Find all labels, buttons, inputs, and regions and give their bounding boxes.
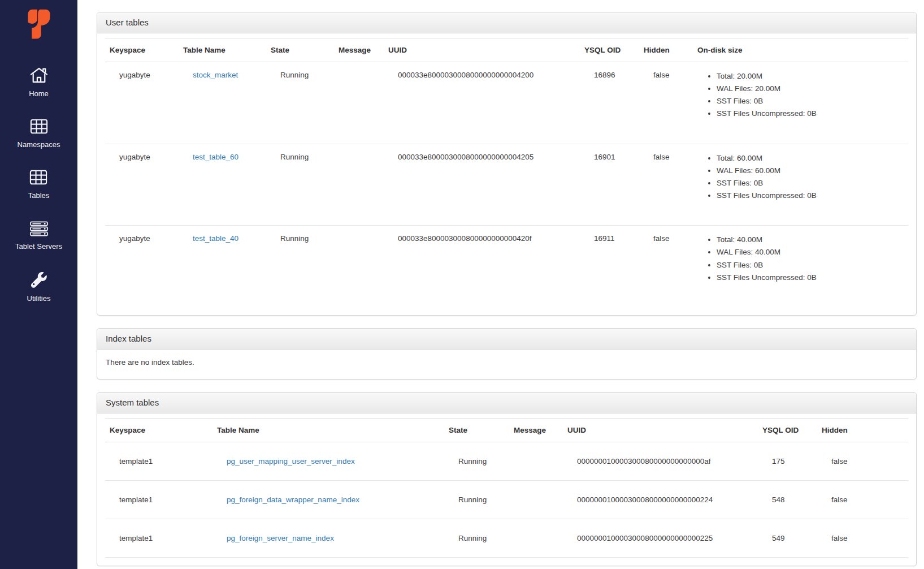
column-header-hidden: Hidden [817,418,908,442]
hidden-cell: false [817,519,908,557]
panel-system-tables: System tables Keyspace Table Name State … [97,392,917,566]
sidebar-item-tables[interactable]: Tables [28,170,50,200]
system-tables-table: Keyspace Table Name State Message UUID Y… [105,418,908,558]
ysql-oid-cell: 549 [758,519,817,557]
on-disk-size-item: SST Files Uncompressed: 0B [717,272,904,283]
ysql-oid-cell: 16901 [580,144,639,226]
column-header-hidden: Hidden [639,38,693,62]
table-row: yugabyte test_table_40 Running 000033e80… [105,226,908,307]
table-name-link[interactable]: pg_user_mapping_user_server_index [227,457,355,465]
keyspace-cell: yugabyte [105,62,179,144]
on-disk-size-list: Total: 40.00M WAL Files: 40.00M SST File… [707,234,904,283]
panel-title-user-tables: User tables [97,12,916,33]
table-name-cell: pg_foreign_data_wrapper_name_index [212,480,444,519]
user-tables-table: Keyspace Table Name State Message UUID Y… [105,38,908,307]
hidden-cell: false [817,480,908,519]
table-name-cell: stock_market [179,62,266,144]
message-cell [334,62,384,144]
uuid-cell: 000033e800003000800000000000420f [384,226,580,307]
uuid-cell: 00000001000030008000000000000225 [563,519,758,557]
column-header-keyspace: Keyspace [105,38,179,62]
sidebar-item-tablet-servers[interactable]: Tablet Servers [15,221,62,251]
sidebar-item-home[interactable]: Home [29,67,49,98]
column-header-ysql-oid: YSQL OID [580,38,639,62]
message-cell [509,480,563,519]
on-disk-size-item: WAL Files: 60.00M [717,165,904,176]
hidden-cell: false [639,226,693,307]
column-header-state: State [444,418,509,442]
column-header-state: State [266,38,334,62]
on-disk-size-list: Total: 60.00M WAL Files: 60.00M SST File… [707,153,904,201]
state-cell: Running [266,226,334,307]
on-disk-size-cell: Total: 20.00M WAL Files: 20.00M SST File… [693,62,908,144]
sidebar-item-label: Utilities [27,294,51,303]
ysql-oid-cell: 548 [758,480,817,519]
column-header-table-name: Table Name [212,418,444,442]
table-grid-icon [30,119,48,136]
sidebar-item-utilities[interactable]: Utilities [27,272,51,303]
message-cell [509,519,563,557]
column-header-message: Message [509,418,563,442]
table-name-cell: test_table_60 [179,144,266,226]
on-disk-size-item: SST Files: 0B [717,96,904,106]
message-cell [509,442,563,480]
column-header-on-disk-size: On-disk size [693,38,908,62]
on-disk-size-item: WAL Files: 20.00M [717,83,904,94]
state-cell: Running [444,480,509,519]
state-cell: Running [444,442,509,480]
panel-title-system-tables: System tables [97,393,916,413]
ysql-oid-cell: 16896 [580,62,639,144]
system-tables-header-row: Keyspace Table Name State Message UUID Y… [105,418,908,442]
keyspace-cell: yugabyte [105,226,179,307]
sidebar-item-label: Tables [28,191,50,200]
table-row: template1 pg_user_mapping_user_server_in… [105,442,908,480]
uuid-cell: 00000001000030008000000000000224 [563,480,758,519]
ysql-oid-cell: 16911 [580,226,639,307]
keyspace-cell: yugabyte [105,144,179,226]
message-cell [334,226,384,307]
keyspace-cell: template1 [105,442,212,480]
table-name-link[interactable]: test_table_40 [193,234,238,243]
yugabyte-logo[interactable] [25,7,53,44]
uuid-cell: 000000010000300080000000000000af [563,442,758,480]
on-disk-size-cell: Total: 60.00M WAL Files: 60.00M SST File… [693,144,908,226]
state-cell: Running [266,144,334,226]
sidebar-item-namespaces[interactable]: Namespaces [18,119,60,149]
table-row: yugabyte stock_market Running 000033e800… [105,62,908,144]
table-row: yugabyte test_table_60 Running 000033e80… [105,144,908,226]
keyspace-cell: template1 [105,519,212,557]
hidden-cell: false [639,62,693,144]
system-tables-body: Keyspace Table Name State Message UUID Y… [97,413,916,566]
panel-user-tables: User tables Keyspace Table Name State Me… [97,12,917,316]
table-name-link[interactable]: stock_market [193,71,238,79]
panel-index-tables: Index tables There are no index tables. [97,328,917,380]
column-header-uuid: UUID [563,418,758,442]
message-cell [334,144,384,226]
on-disk-size-item: WAL Files: 40.00M [717,247,904,257]
home-icon [30,67,48,85]
uuid-cell: 000033e8000030008000000000004200 [384,62,580,144]
column-header-ysql-oid: YSQL OID [758,418,817,442]
table-name-cell: pg_user_mapping_user_server_index [212,442,444,480]
column-header-message: Message [334,38,384,62]
on-disk-size-item: SST Files Uncompressed: 0B [717,190,904,201]
column-header-uuid: UUID [384,38,580,62]
sidebar: Home Namespaces Tables [0,0,77,569]
uuid-cell: 000033e8000030008000000000004205 [384,144,580,226]
index-tables-empty-message: There are no index tables. [97,350,916,379]
sidebar-item-label: Tablet Servers [15,242,62,251]
table-name-link[interactable]: pg_foreign_server_name_index [227,534,334,542]
table-name-link[interactable]: pg_foreign_data_wrapper_name_index [227,495,359,504]
column-header-keyspace: Keyspace [105,418,212,442]
table-row: template1 pg_foreign_server_name_index R… [105,519,908,557]
keyspace-cell: template1 [105,480,212,519]
column-header-table-name: Table Name [179,38,266,62]
table-row: template1 pg_foreign_data_wrapper_name_i… [105,480,908,519]
wrench-icon [31,272,47,291]
on-disk-size-item: SST Files: 0B [717,178,904,188]
hidden-cell: false [817,442,908,480]
sidebar-item-label: Home [29,89,49,98]
on-disk-size-cell: Total: 40.00M WAL Files: 40.00M SST File… [693,226,908,307]
on-disk-size-item: Total: 20.00M [717,71,904,81]
table-name-link[interactable]: test_table_60 [193,153,238,161]
